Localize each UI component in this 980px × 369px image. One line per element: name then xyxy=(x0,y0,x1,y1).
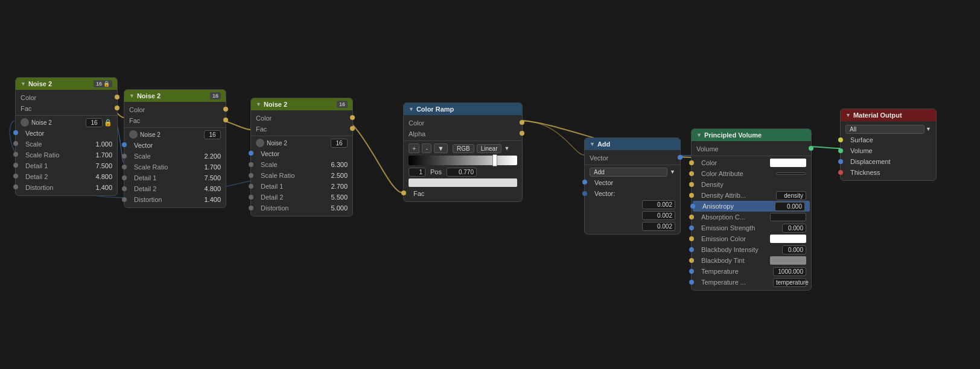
blackbody-intensity-socket-pv xyxy=(689,247,694,252)
anisotropy-input[interactable]: 0.000 xyxy=(775,202,805,211)
material-output-surface-input: Surface xyxy=(841,134,936,145)
add-vector-output-socket[interactable] xyxy=(678,155,682,160)
scale-socket-1 xyxy=(13,141,18,146)
principled-color-swatch[interactable] xyxy=(770,159,806,167)
detail1-socket-3 xyxy=(249,184,253,189)
vector-input-socket-3[interactable] xyxy=(249,151,253,156)
rgb-dropdown[interactable]: RGB xyxy=(453,144,474,153)
add-operation-dropdown[interactable]: Add xyxy=(590,168,667,177)
vector-input-socket-1[interactable] xyxy=(13,130,18,135)
noise-steps-2[interactable]: 16 xyxy=(204,130,221,139)
noise-node-3-detail1: Detail 1 2.700 xyxy=(251,181,352,192)
noise-steps-1[interactable]: 16 xyxy=(86,118,103,127)
noise-lock-1: 🔒 xyxy=(104,119,112,127)
temperature-input[interactable]: 1000.000 xyxy=(773,267,806,276)
color-output-socket-2[interactable] xyxy=(223,107,228,112)
temperature-socket-pv xyxy=(689,269,694,274)
color-ramp-gradient[interactable] xyxy=(409,156,517,165)
add-y-input[interactable]: 0.002 xyxy=(642,211,675,220)
noise-node-1-scale: Scale 1.000 xyxy=(16,139,117,150)
collapse-icon-add[interactable]: ▼ xyxy=(590,141,595,147)
blackbody-tint-socket-pv xyxy=(689,258,694,263)
color-attr-input[interactable] xyxy=(776,172,806,175)
principled-volume-node: ▼ Principled Volume Volume Color Color A… xyxy=(691,128,812,291)
fac-output-socket-3[interactable] xyxy=(350,126,355,131)
emission-color-swatch[interactable] xyxy=(770,235,806,243)
noise-node-3-icon: 16 xyxy=(337,101,348,108)
emission-strength-socket-pv xyxy=(689,226,694,230)
add-stop-button[interactable]: + xyxy=(409,144,419,153)
add-vector-input-socket[interactable] xyxy=(582,180,587,184)
fac-output-socket-2[interactable] xyxy=(223,118,228,122)
stop-pos-input[interactable]: 0.770 xyxy=(447,168,477,177)
target-dropdown-arrow[interactable]: ▼ xyxy=(926,126,931,132)
scale-ratio-socket-2 xyxy=(122,165,127,169)
color-output-socket-3[interactable] xyxy=(350,115,355,120)
fac-output-socket-1[interactable] xyxy=(115,106,119,110)
material-output-target-dropdown[interactable]: All xyxy=(845,125,924,134)
remove-stop-button[interactable]: - xyxy=(422,144,431,153)
collapse-icon-pv[interactable]: ▼ xyxy=(696,132,702,138)
interp-dropdown[interactable]: Linear xyxy=(477,144,502,153)
add-y-row: 0.002 xyxy=(585,210,680,221)
anisotropy-socket-pv xyxy=(690,204,695,209)
collapse-icon-3[interactable]: ▼ xyxy=(256,101,261,107)
absorption-socket-pv xyxy=(689,215,694,219)
collapse-icon-1[interactable]: ▼ xyxy=(21,81,26,87)
scale-ratio-socket-1 xyxy=(13,152,18,157)
displacement-input-socket[interactable] xyxy=(838,159,843,164)
thickness-input-socket[interactable] xyxy=(838,170,843,175)
collapse-icon-mo[interactable]: ▼ xyxy=(845,112,851,118)
color-output-socket-1[interactable] xyxy=(115,95,119,99)
add-vector-input-row: Vector xyxy=(585,177,680,188)
add-content: Vector Add ▼ Vector Vector: 0.002 0.002 xyxy=(585,150,680,234)
vector-input-socket-2[interactable] xyxy=(122,142,127,147)
stop-index-input[interactable]: 1 xyxy=(409,168,425,177)
color-ramp-color-socket[interactable] xyxy=(520,120,524,125)
material-output-title: Material Output xyxy=(853,112,931,119)
blackbody-tint-swatch[interactable] xyxy=(770,256,806,265)
fac-input-socket[interactable] xyxy=(401,191,406,195)
noise-node-3-scale-ratio: Scale Ratio 2.500 xyxy=(251,170,352,181)
texture-icon-2 xyxy=(129,130,138,139)
collapse-icon-2[interactable]: ▼ xyxy=(129,93,135,99)
scale-socket-3 xyxy=(249,162,253,167)
noise-node-1-detail1: Detail 1 7.500 xyxy=(16,160,117,171)
scale-socket-2 xyxy=(122,154,127,159)
noise-node-2-color-output: Color xyxy=(124,104,226,115)
blackbody-intensity-input[interactable]: 0.000 xyxy=(782,245,806,254)
emission-strength-input[interactable]: 0.000 xyxy=(782,224,806,233)
material-output-volume-input: Volume xyxy=(841,145,936,156)
color-ramp-header: ▼ Color Ramp xyxy=(404,103,522,115)
density-attr-input[interactable]: density xyxy=(776,191,806,200)
principled-volume-socket[interactable] xyxy=(809,146,813,151)
principled-anisotropy-row: Anisotropy 0.000 xyxy=(693,201,810,212)
principled-temperature-row: Temperature 1000.000 xyxy=(692,266,811,277)
add-z-input[interactable]: 0.002 xyxy=(642,222,675,231)
add-z-row: 0.002 xyxy=(585,221,680,232)
volume-input-socket[interactable] xyxy=(838,148,843,153)
misc-button[interactable]: ▼ xyxy=(434,144,448,153)
color-ramp-color-output: Color xyxy=(404,118,522,128)
principled-header: ▼ Principled Volume xyxy=(692,129,811,141)
add-x-input[interactable]: 0.002 xyxy=(642,200,675,209)
color-ramp-alpha-socket[interactable] xyxy=(520,131,524,136)
material-output-target-row: All ▼ xyxy=(841,124,936,134)
interp-arrow[interactable]: ▼ xyxy=(504,145,509,151)
gradient-stop-handle[interactable] xyxy=(492,154,497,166)
density-socket-pv xyxy=(689,182,694,187)
principled-color-row: Color xyxy=(692,157,811,168)
temperature-attr-input[interactable]: temperature xyxy=(773,278,806,287)
noise-node-1-detail2: Detail 2 4.800 xyxy=(16,171,117,182)
principled-volume-output: Volume xyxy=(692,144,811,154)
noise-steps-3[interactable]: 16 xyxy=(331,139,348,148)
noise-node-1-vector-row: Vector xyxy=(16,128,117,139)
add-node: ▼ Add Vector Add ▼ Vector Vector: 0.002 xyxy=(584,137,681,235)
surface-input-socket[interactable] xyxy=(838,137,843,142)
add-dropdown-arrow[interactable]: ▼ xyxy=(670,169,675,175)
collapse-icon-cr[interactable]: ▼ xyxy=(409,106,414,112)
noise-node-3-scale: Scale 6.300 xyxy=(251,159,352,170)
stop-color-preview[interactable] xyxy=(409,178,517,187)
emission-color-socket-pv xyxy=(689,236,694,241)
absorption-swatch[interactable] xyxy=(770,213,806,221)
